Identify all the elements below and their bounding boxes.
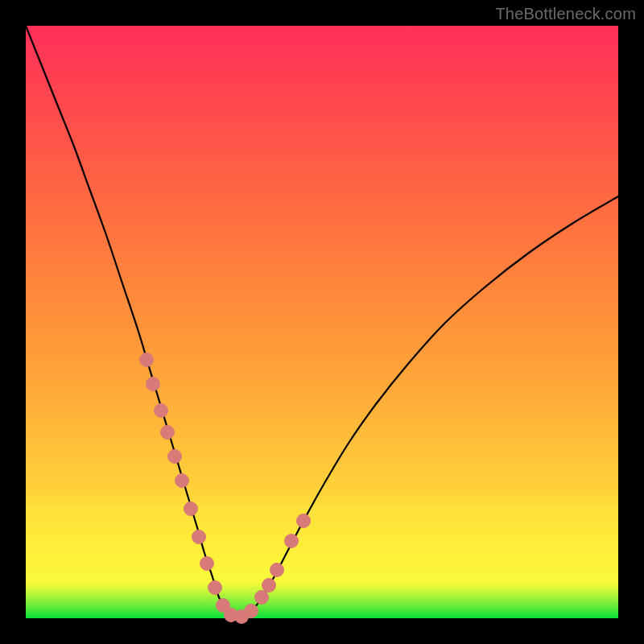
- highlight-dot: [297, 514, 311, 528]
- highlight-dot: [175, 474, 189, 488]
- chart-frame: TheBottleneck.com: [0, 0, 644, 644]
- highlight-dots-group: [140, 353, 311, 624]
- highlight-dot: [200, 557, 214, 571]
- highlight-dot: [245, 605, 258, 618]
- highlight-dot: [155, 404, 168, 418]
- highlight-dot: [285, 535, 299, 548]
- watermark-text: TheBottleneck.com: [495, 5, 636, 23]
- plot-area: [26, 26, 618, 618]
- highlight-dot: [255, 591, 269, 605]
- bottleneck-curve: [26, 26, 618, 617]
- highlight-dot: [147, 378, 160, 391]
- highlight-dot: [262, 579, 276, 592]
- highlight-dot: [140, 353, 154, 367]
- highlight-dot: [184, 502, 198, 516]
- highlight-dot: [168, 450, 182, 464]
- highlight-dot: [270, 564, 284, 577]
- highlight-dot: [192, 530, 206, 544]
- highlight-dot: [161, 426, 175, 440]
- highlight-dot: [208, 581, 222, 595]
- curve-svg: [26, 26, 618, 618]
